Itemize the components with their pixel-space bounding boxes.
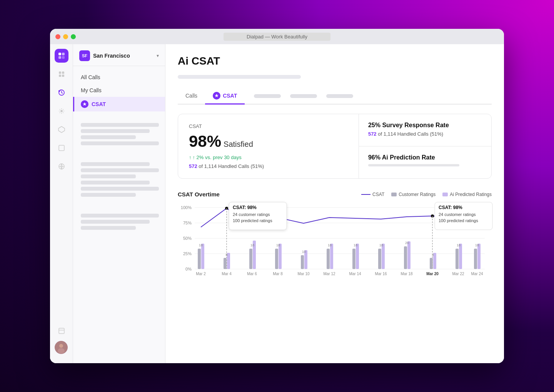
nav-icon-history-btn[interactable] <box>55 86 68 100</box>
nav-sidebar-header[interactable]: SF San Francisco ▾ <box>73 44 165 66</box>
svg-rect-14 <box>59 328 64 334</box>
legend-customer: Customer Ratings <box>391 192 436 197</box>
filter-bar[interactable] <box>178 75 301 79</box>
svg-text:18: 18 <box>457 243 461 247</box>
legend-ai-label: Ai Predicted Ratings <box>450 192 492 197</box>
location-badge: SF <box>79 50 90 61</box>
svg-rect-29 <box>198 249 201 269</box>
minimize-button[interactable] <box>63 34 68 39</box>
skeleton-line <box>81 181 150 184</box>
tab-calls[interactable]: Calls <box>178 89 205 104</box>
svg-rect-48 <box>356 244 359 269</box>
chart-svg: 100% 75% 50% 25% 0% <box>178 202 492 279</box>
legend-csat: CSAT <box>361 192 384 197</box>
svg-text:18: 18 <box>250 243 254 247</box>
survey-response-title: 25% Survey Response Rate <box>368 122 482 129</box>
all-calls-label: All Calls <box>81 74 100 80</box>
window-title: Dialpad — Work Beautifully <box>224 33 330 41</box>
svg-text:18: 18 <box>379 243 383 247</box>
tabs-bar: Calls CSAT <box>178 88 492 105</box>
csat-handled-text: of 1,114 Handled Calls (51%) <box>199 163 264 169</box>
sidebar-item-csat[interactable]: CSAT <box>73 97 165 111</box>
svg-rect-60 <box>459 244 462 269</box>
svg-rect-41 <box>301 255 304 269</box>
chevron-down-icon[interactable]: ▾ <box>157 53 159 58</box>
legend-csat-line <box>361 194 370 195</box>
svg-rect-53 <box>404 246 407 269</box>
csat-handled: 572 of 1,114 Handled Calls (51%) <box>189 163 348 169</box>
svg-text:18: 18 <box>328 243 332 247</box>
svg-rect-39 <box>279 244 282 269</box>
csat-delta-text: ↑ 2% vs. prev 30 days <box>193 154 242 160</box>
nav-icon-5-btn[interactable] <box>55 141 68 155</box>
dialpad-logo-btn[interactable] <box>55 49 68 63</box>
sidebar-skeleton-section <box>73 116 165 152</box>
svg-text:Mar 24: Mar 24 <box>471 272 483 276</box>
svg-text:CSAT: 98%: CSAT: 98% <box>439 205 462 210</box>
svg-rect-3 <box>62 56 65 59</box>
svg-text:Mar 2: Mar 2 <box>196 272 206 276</box>
svg-text:CSAT: 98%: CSAT: 98% <box>233 205 257 210</box>
csat-delta-arrow: ↑ <box>189 154 192 160</box>
svg-text:Mar 22: Mar 22 <box>452 272 464 276</box>
csat-card-label: CSAT <box>189 123 348 129</box>
csat-handled-highlight: 572 <box>189 163 197 169</box>
survey-response-label: Survey Response Rate <box>382 122 449 128</box>
legend-customer-label: Customer Ratings <box>399 192 436 197</box>
svg-text:Mar 16: Mar 16 <box>375 272 387 276</box>
svg-text:25%: 25% <box>183 251 192 256</box>
svg-text:18: 18 <box>475 243 479 247</box>
svg-text:Mar 10: Mar 10 <box>297 272 310 276</box>
tab-placeholder-2 <box>290 94 317 98</box>
svg-text:100%: 100% <box>181 205 192 210</box>
svg-text:18: 18 <box>199 243 203 247</box>
skeleton-line <box>81 214 159 218</box>
skeleton-line <box>81 174 136 178</box>
skeleton-line <box>81 141 159 145</box>
svg-text:50%: 50% <box>183 236 192 241</box>
survey-handled-text: of 1,114 Handled Calls (51%) <box>378 131 443 137</box>
svg-rect-59 <box>456 249 459 269</box>
ai-pct: 96% <box>368 154 380 161</box>
nav-icon-bottom-btn[interactable] <box>55 324 68 338</box>
svg-rect-47 <box>352 249 355 269</box>
skeleton-line <box>81 187 159 191</box>
svg-text:0%: 0% <box>185 267 192 271</box>
svg-text:18: 18 <box>276 243 280 247</box>
close-button[interactable] <box>55 34 60 39</box>
svg-text:Mar 20: Mar 20 <box>426 272 439 276</box>
legend-customer-bar <box>391 193 397 196</box>
svg-rect-44 <box>327 249 330 269</box>
ai-prediction-label: Ai Prediction Rate <box>382 154 435 161</box>
svg-text:24 customer ratings: 24 customer ratings <box>439 212 476 217</box>
svg-point-9 <box>60 110 63 112</box>
csat-tab-icon <box>213 92 220 100</box>
svg-text:75%: 75% <box>183 221 192 225</box>
nav-icon-3-btn[interactable] <box>55 104 68 118</box>
csat-nav-icon <box>81 100 88 108</box>
svg-text:Mar 14: Mar 14 <box>349 272 361 276</box>
user-avatar[interactable] <box>55 341 68 354</box>
skeleton-line <box>81 220 150 224</box>
svg-rect-5 <box>62 71 64 74</box>
titlebar: Dialpad — Work Beautifully <box>50 29 504 44</box>
survey-sub: 572 of 1,114 Handled Calls (51%) <box>368 131 482 137</box>
tab-csat[interactable]: CSAT <box>205 88 245 105</box>
svg-rect-45 <box>330 244 333 269</box>
svg-text:24 customer ratings: 24 customer ratings <box>233 212 270 217</box>
nav-icon-1-btn[interactable] <box>55 67 68 81</box>
sidebar-item-my-calls[interactable]: My Calls <box>73 84 165 97</box>
chart-header: CSAT Overtime CSAT Customer Ratings A <box>178 191 492 198</box>
svg-rect-32 <box>224 258 227 269</box>
nav-icon-6-btn[interactable] <box>55 159 68 173</box>
svg-rect-30 <box>201 244 204 269</box>
sidebar-item-all-calls[interactable]: All Calls <box>73 71 165 84</box>
legend-ai: Ai Predicted Ratings <box>442 192 492 197</box>
maximize-button[interactable] <box>71 34 76 39</box>
svg-text:Mar 4: Mar 4 <box>222 272 232 276</box>
skeleton-line <box>81 226 136 230</box>
nav-icon-4-btn[interactable] <box>55 123 68 136</box>
svg-text:10: 10 <box>302 250 306 254</box>
chart-title: CSAT Overtime <box>178 191 220 198</box>
sidebar-skeleton-section-2 <box>73 155 165 204</box>
